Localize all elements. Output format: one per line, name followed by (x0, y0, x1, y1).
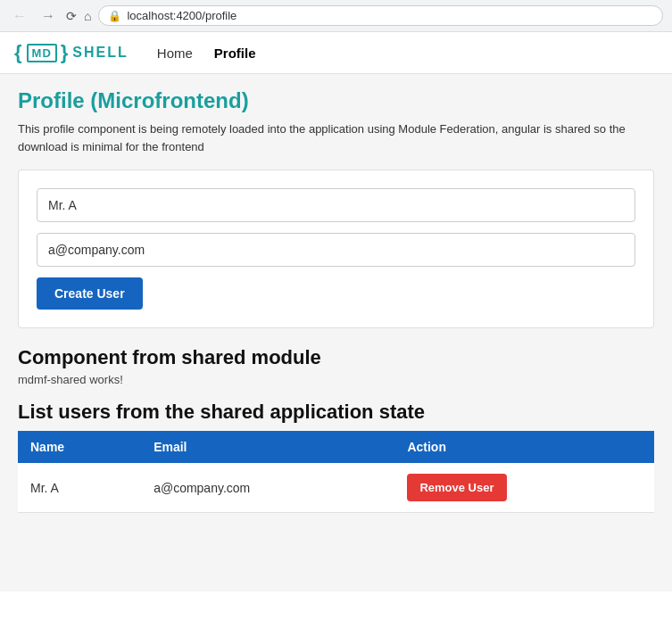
address-bar[interactable]: 🔒 localhost:4200/profile (98, 5, 663, 26)
nav-links: Home Profile (157, 45, 256, 61)
nav-link-profile[interactable]: Profile (214, 45, 256, 61)
col-action: Action (394, 431, 654, 463)
remove-user-button[interactable]: Remove User (407, 474, 506, 501)
forward-button[interactable]: → (37, 6, 59, 26)
table-body: Mr. A a@company.com Remove User (18, 463, 654, 513)
page-title: Profile (Microfrontend) (18, 88, 654, 113)
nav-link-home[interactable]: Home (157, 45, 193, 61)
users-section-title: List users from the shared application s… (18, 401, 654, 424)
browser-chrome: ← → ⟳ ⌂ 🔒 localhost:4200/profile (0, 0, 672, 32)
table-row: Mr. A a@company.com Remove User (18, 463, 654, 513)
name-input[interactable] (37, 188, 635, 222)
reload-button[interactable]: ⟳ (66, 9, 77, 23)
logo-bracket-close: } (61, 41, 70, 64)
lock-icon: 🔒 (108, 10, 121, 22)
table-header: Name Email Action (18, 431, 654, 463)
user-email-cell: a@company.com (141, 463, 394, 513)
page-description: This profile component is being remotely… (18, 120, 654, 155)
user-name-cell: Mr. A (18, 463, 141, 513)
col-email: Email (141, 431, 394, 463)
logo-bracket-open: { (14, 41, 23, 64)
email-input[interactable] (37, 233, 635, 267)
main-content: Profile (Microfrontend) This profile com… (0, 74, 672, 591)
back-button[interactable]: ← (9, 6, 30, 26)
shared-module-subtitle: mdmf-shared works! (18, 373, 654, 386)
create-user-button[interactable]: Create User (37, 277, 143, 310)
app-nav: { MD } SHELL Home Profile (0, 32, 672, 74)
app-logo: { MD } SHELL (14, 41, 129, 64)
profile-form-card: Create User (18, 169, 654, 328)
address-text: localhost:4200/profile (127, 9, 236, 22)
home-button[interactable]: ⌂ (84, 9, 91, 23)
logo-icon: MD (27, 44, 57, 62)
user-action-cell: Remove User (394, 463, 654, 513)
table-header-row: Name Email Action (18, 431, 654, 463)
shared-module-title: Component from shared module (18, 346, 654, 369)
logo-text: SHELL (72, 45, 128, 61)
users-table: Name Email Action Mr. A a@company.com Re… (18, 431, 654, 513)
col-name: Name (18, 431, 141, 463)
